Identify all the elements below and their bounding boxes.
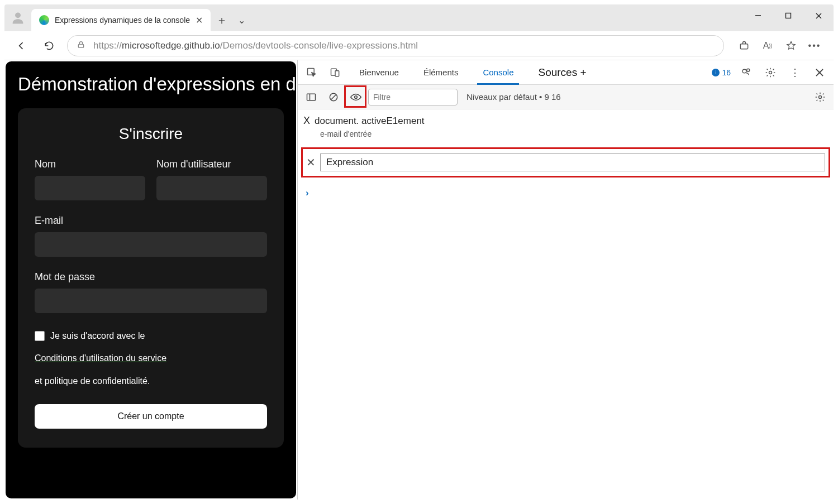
devtools-panel: Bienvenue Éléments Console Sources + i 1… bbox=[297, 60, 834, 500]
issues-badge[interactable]: i 16 bbox=[712, 68, 731, 77]
page-content: Démonstration d'expressions en direct S'… bbox=[6, 61, 296, 498]
input-name[interactable] bbox=[35, 176, 145, 200]
read-aloud-icon[interactable]: A)) bbox=[760, 38, 775, 54]
live-expression-eye-button[interactable] bbox=[346, 87, 366, 107]
svg-rect-6 bbox=[740, 44, 747, 49]
more-vertical-icon[interactable]: ⋮ bbox=[785, 63, 804, 82]
console-toolbar: top Niveaux par défaut • 9 16 bbox=[298, 85, 834, 109]
address-bar: https://microsoftedge.github.io/Demos/de… bbox=[4, 31, 834, 60]
issue-dot-icon: i bbox=[712, 69, 720, 76]
shopping-icon[interactable] bbox=[736, 38, 752, 54]
issues-count: 16 bbox=[722, 68, 731, 77]
minimize-button[interactable] bbox=[743, 4, 773, 27]
svg-point-20 bbox=[819, 95, 822, 98]
sidebar-toggle-icon[interactable] bbox=[301, 87, 321, 107]
tab-menu-caret-icon[interactable]: ⌄ bbox=[233, 9, 250, 31]
svg-rect-15 bbox=[307, 94, 316, 100]
console-filter-input[interactable] bbox=[368, 89, 458, 105]
svg-point-19 bbox=[355, 95, 358, 98]
svg-rect-9 bbox=[335, 70, 339, 76]
signup-card: S'inscrire Nom Nom d'utilisateur E-mail … bbox=[18, 108, 284, 448]
close-devtools-icon[interactable] bbox=[810, 63, 829, 82]
input-email[interactable] bbox=[35, 232, 267, 257]
window-titlebar: Expressions dynamiques de la console ✕ ＋… bbox=[4, 4, 834, 31]
agree-checkbox[interactable] bbox=[35, 331, 45, 341]
device-toggle-icon[interactable] bbox=[326, 63, 345, 82]
url-text: https://microsoftedge.github.io/Demos/de… bbox=[93, 40, 418, 51]
agree-text-suffix: et politique de confidentialité. bbox=[35, 373, 267, 390]
close-window-button[interactable] bbox=[803, 4, 834, 27]
remove-live-expression-icon[interactable]: X bbox=[303, 115, 310, 127]
tos-link[interactable]: Conditions d'utilisation du service bbox=[35, 350, 166, 367]
favorite-star-icon[interactable] bbox=[783, 38, 799, 54]
label-email: E-mail bbox=[35, 215, 267, 227]
settings-gear-icon[interactable] bbox=[761, 63, 780, 82]
live-expression-value: e-mail d'entrée bbox=[298, 129, 834, 144]
console-prompt[interactable]: › bbox=[298, 181, 834, 205]
new-tab-button[interactable]: ＋ bbox=[211, 9, 233, 31]
create-account-button[interactable]: Créer un compte bbox=[35, 404, 267, 429]
label-name: Nom bbox=[35, 159, 145, 170]
svg-point-10 bbox=[742, 69, 746, 73]
svg-point-12 bbox=[769, 71, 772, 74]
svg-rect-5 bbox=[78, 44, 83, 47]
svg-rect-2 bbox=[786, 13, 791, 18]
tab-console[interactable]: Console bbox=[473, 60, 523, 85]
feedback-icon[interactable] bbox=[736, 63, 755, 82]
browser-tab[interactable]: Expressions dynamiques de la console ✕ bbox=[31, 9, 211, 31]
tab-close-icon[interactable]: ✕ bbox=[196, 15, 203, 26]
back-button[interactable] bbox=[11, 36, 31, 56]
live-expression-code: document. activeE1ement bbox=[315, 116, 425, 127]
inspect-element-icon[interactable] bbox=[302, 63, 321, 82]
agree-text-prefix: Je suis d'accord avec le bbox=[50, 328, 145, 344]
devtools-tabbar: Bienvenue Éléments Console Sources + i 1… bbox=[298, 60, 834, 85]
input-password[interactable] bbox=[35, 289, 267, 313]
log-levels-label[interactable]: Niveaux par défaut • 9 16 bbox=[466, 92, 561, 102]
live-expression-row[interactable]: X document. activeE1ement bbox=[298, 109, 834, 129]
tab-elements[interactable]: Éléments bbox=[413, 60, 469, 85]
maximize-button[interactable] bbox=[773, 4, 803, 27]
edge-logo-icon bbox=[39, 15, 49, 25]
expression-input-block: ✕ bbox=[301, 147, 830, 177]
tab-sources[interactable]: Sources + bbox=[528, 60, 596, 85]
label-password: Mot de passe bbox=[35, 271, 267, 283]
refresh-button[interactable] bbox=[39, 36, 59, 56]
svg-point-11 bbox=[747, 69, 750, 71]
console-settings-gear-icon[interactable] bbox=[810, 87, 830, 107]
more-menu-icon[interactable]: ••• bbox=[807, 38, 822, 54]
remove-expression-icon[interactable]: ✕ bbox=[306, 156, 316, 169]
input-username[interactable] bbox=[156, 176, 267, 200]
lock-icon bbox=[77, 40, 85, 51]
signup-title: S'inscrire bbox=[35, 125, 267, 143]
profile-avatar[interactable] bbox=[4, 4, 31, 31]
svg-point-0 bbox=[15, 12, 21, 18]
url-input[interactable]: https://microsoftedge.github.io/Demos/de… bbox=[67, 35, 724, 56]
tab-welcome[interactable]: Bienvenue bbox=[349, 60, 409, 85]
page-heading: Démonstration d'expressions en direct bbox=[18, 74, 284, 95]
svg-line-18 bbox=[331, 94, 336, 99]
label-username: Nom d'utilisateur bbox=[156, 159, 267, 170]
expression-input[interactable] bbox=[320, 153, 825, 171]
tab-title: Expressions dynamiques de la console bbox=[55, 16, 190, 25]
clear-console-icon[interactable] bbox=[323, 87, 344, 107]
window-controls bbox=[743, 4, 834, 27]
